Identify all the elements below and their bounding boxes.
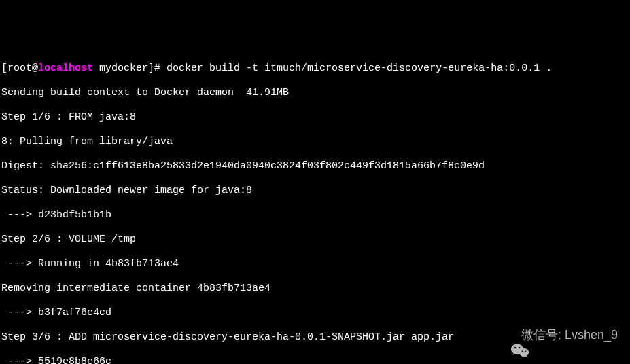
command-text: docker build -t itmuch/microservice-disc… <box>167 62 552 74</box>
output-line: Digest: sha256:c1ff613e8ba25833d2e1940da… <box>1 160 629 172</box>
output-line: Status: Downloaded newer image for java:… <box>1 185 629 197</box>
wechat-icon <box>497 327 516 344</box>
output-line: Step 2/6 : VOLUME /tmp <box>1 234 629 246</box>
prompt-line: [root@localhost mydocker]# docker build … <box>1 62 629 75</box>
output-line: ---> 5519e8b8e66c <box>1 356 629 364</box>
output-line: ---> b3f7af76e4cd <box>1 307 629 319</box>
output-line: ---> d23bdf5b1b1b <box>1 209 629 221</box>
hostname: localhost <box>38 62 93 74</box>
prompt-path: mydocker]# <box>93 62 167 74</box>
output-line: 8: Pulling from library/java <box>1 136 629 148</box>
svg-point-9 <box>525 350 526 352</box>
svg-point-7 <box>519 348 529 357</box>
watermark: 微信号: Lvshen_9 <box>497 327 618 344</box>
svg-point-6 <box>519 346 521 348</box>
output-line: Removing intermediate container 4b83fb71… <box>1 283 629 295</box>
output-line: ---> Running in 4b83fb713ae4 <box>1 258 629 270</box>
output-line: Step 1/6 : FROM java:8 <box>1 111 629 124</box>
prompt-prefix: [root@ <box>1 62 38 74</box>
svg-point-5 <box>514 346 517 348</box>
svg-point-8 <box>521 350 523 352</box>
output-line: Sending build context to Docker daemon 4… <box>1 87 629 99</box>
watermark-text: 微信号: Lvshen_9 <box>521 328 618 343</box>
terminal-output[interactable]: [root@localhost mydocker]# docker build … <box>1 50 629 364</box>
